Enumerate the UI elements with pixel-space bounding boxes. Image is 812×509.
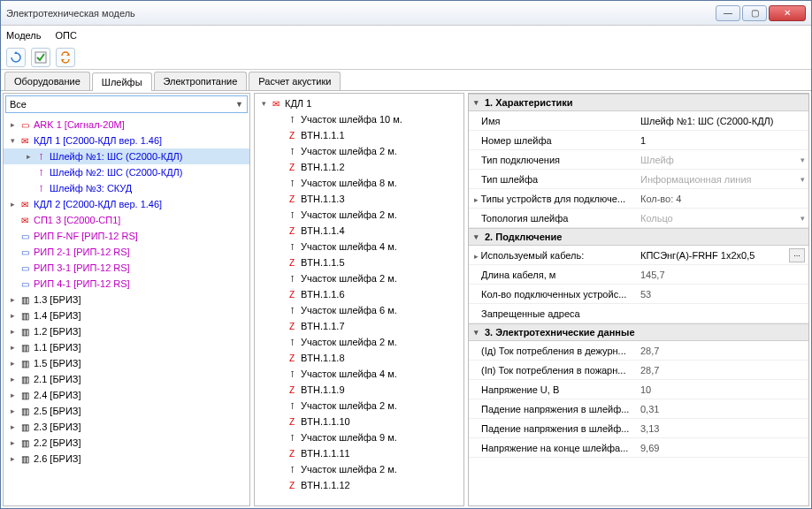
tree-row[interactable]: ZBTH.1.1.2	[255, 159, 463, 175]
tree-row[interactable]: ZBTH.1.1.8	[255, 350, 463, 366]
tree-row[interactable]: ZBTH.1.1.1	[255, 127, 463, 143]
minimize-button[interactable]: —	[716, 5, 740, 21]
filter-dropdown[interactable]: Все ▼	[5, 95, 248, 113]
browse-button[interactable]: ...	[789, 248, 805, 262]
tree-row[interactable]: ▸✉КДЛ 2 [С2000-КДЛ вер. 1.46]	[4, 196, 249, 212]
tree-row[interactable]: ▭РИП 2-1 [РИП-12 RS]	[4, 244, 249, 260]
expand-icon[interactable]: ▸	[7, 359, 18, 368]
prop-row: Тип шлейфаИнформационная линия▾	[469, 170, 808, 189]
tree-row[interactable]: ⊺Участок шлейфа 2 м.	[255, 334, 463, 350]
tab-0[interactable]: Оборудование	[4, 72, 90, 90]
tree-row[interactable]: ⊺Участок шлейфа 2 м.	[255, 143, 463, 159]
tree-row[interactable]: ZBTH.1.1.10	[255, 414, 463, 429]
menu-model[interactable]: Модель	[6, 30, 41, 41]
expand-icon[interactable]: ▸	[7, 120, 18, 129]
node-label: ARK 1 [Сигнал-20М]	[34, 119, 125, 130]
tree-row[interactable]: ⊺Участок шлейфа 10 м.	[255, 111, 463, 127]
tree-row[interactable]: ⊺Участок шлейфа 2 м.	[255, 398, 463, 414]
prop-section-header[interactable]: ▾3. Электротехнические данные	[469, 323, 808, 341]
expand-icon[interactable]: ▸	[7, 200, 18, 209]
expand-icon[interactable]: ▸	[7, 406, 18, 415]
tree-row[interactable]: ⊺Участок шлейфа 8 м.	[255, 175, 463, 191]
node-label: 2.1 [БРИЗ]	[34, 374, 81, 384]
tree-row[interactable]: ▸▥2.5 [БРИЗ]	[4, 403, 249, 419]
expand-icon[interactable]: ▸	[7, 391, 18, 399]
tree-row[interactable]: ▸▥1.4 [БРИЗ]	[4, 308, 249, 323]
tree-row[interactable]: ⊺Участок шлейфа 2 м.	[255, 461, 463, 477]
expand-icon[interactable]: ▸	[7, 327, 18, 336]
tree-row[interactable]: ▸▥1.3 [БРИЗ]	[4, 292, 249, 308]
node-icon: ⊺	[285, 274, 299, 284]
tree-row[interactable]: ZBTH.1.1.5	[255, 254, 463, 270]
tree-row[interactable]: ▸▥1.5 [БРИЗ]	[4, 355, 249, 371]
expand-icon[interactable]: ▾	[7, 136, 18, 145]
tree-row[interactable]: ⊺Шлейф №2: ШС (С2000-КДЛ)	[4, 164, 249, 180]
expand-icon[interactable]: ▾	[258, 99, 269, 108]
tree-row[interactable]: ⊺Участок шлейфа 6 м.	[255, 302, 463, 318]
expand-icon[interactable]: ▸	[7, 343, 18, 352]
close-button[interactable]: ✕	[769, 5, 806, 21]
node-icon: ▥	[18, 391, 32, 400]
node-label: 1.4 [БРИЗ]	[34, 310, 81, 321]
tree-row[interactable]: ZBTH.1.1.3	[255, 191, 463, 207]
tree-row[interactable]: ▸▭ARK 1 [Сигнал-20М]	[4, 117, 249, 133]
tree-row[interactable]: ▸▥1.2 [БРИЗ]	[4, 323, 249, 339]
expand-icon[interactable]: ▸	[7, 375, 18, 384]
expand-icon[interactable]: ▸	[23, 152, 34, 161]
node-label: BTH.1.1.7	[301, 321, 345, 331]
prop-section-header[interactable]: ▾1. Характеристики	[469, 94, 808, 111]
node-icon: ▥	[18, 359, 32, 368]
tree-row[interactable]: ⊺Участок шлейфа 4 м.	[255, 366, 463, 382]
tree-row[interactable]: ⊺Участок шлейфа 9 м.	[255, 429, 463, 445]
prop-row: ▸ Используемый кабель:КПСЭнг(А)-FRHF 1x2…	[469, 246, 808, 265]
tree-row[interactable]: ▭РИП 4-1 [РИП-12 RS]	[4, 276, 249, 292]
tree-row[interactable]: ▭РИП F-NF [РИП-12 RS]	[4, 228, 249, 244]
tree-row[interactable]: ⊺Участок шлейфа 4 м.	[255, 239, 463, 254]
node-icon: ⊺	[285, 369, 299, 379]
tree-row[interactable]: ✉СП1 3 [С2000-СП1]	[4, 212, 249, 228]
tree-row[interactable]: ▾✉КДЛ 1 [С2000-КДЛ вер. 1.46]	[4, 133, 249, 148]
tree-row[interactable]: ⊺Шлейф №3: СКУД	[4, 180, 249, 196]
prop-section-header[interactable]: ▾2. Подключение	[469, 228, 808, 246]
tree-row[interactable]: ▸▥2.4 [БРИЗ]	[4, 387, 249, 403]
tree-row[interactable]: ZBTH.1.1.12	[255, 477, 463, 493]
expand-icon[interactable]: ▸	[7, 454, 18, 463]
tab-2[interactable]: Электропитание	[154, 72, 248, 90]
tree-row[interactable]: ▸▥2.6 [БРИЗ]	[4, 451, 249, 467]
tree-row[interactable]: ⊺Участок шлейфа 2 м.	[255, 270, 463, 286]
prop-row: ▸ Типы устройств для подключе...Кол-во: …	[469, 189, 808, 209]
prop-value[interactable]: 1	[637, 135, 808, 146]
tree-row[interactable]: ▸▥2.3 [БРИЗ]	[4, 419, 249, 435]
tree-row[interactable]: ⊺Участок шлейфа 2 м.	[255, 207, 463, 223]
node-label: Участок шлейфа 2 м.	[301, 146, 397, 156]
expand-icon[interactable]: ▸	[7, 422, 18, 431]
prop-value[interactable]: Шлейф №1: ШС (С2000-КДЛ)	[637, 116, 808, 126]
node-icon: ▥	[18, 375, 32, 384]
refresh-icon[interactable]	[6, 48, 26, 67]
tree-row[interactable]: ▸▥1.1 [БРИЗ]	[4, 339, 249, 355]
tree-row[interactable]: ZBTH.1.1.11	[255, 445, 463, 461]
tab-3[interactable]: Расчет акустики	[249, 72, 341, 90]
tree-row[interactable]: ▸▥2.1 [БРИЗ]	[4, 371, 249, 387]
maximize-button[interactable]: ▢	[742, 5, 767, 21]
tree-row[interactable]: ▾✉КДЛ 1	[255, 95, 463, 111]
tree-row[interactable]: ZBTH.1.1.4	[255, 223, 463, 239]
expand-icon[interactable]: ▸	[7, 311, 18, 320]
node-label: Шлейф №2: ШС (С2000-КДЛ)	[50, 167, 182, 178]
tree-row[interactable]: ZBTH.1.1.9	[255, 382, 463, 398]
tab-1[interactable]: Шлейфы	[92, 72, 152, 91]
menu-ops[interactable]: ОПС	[55, 30, 76, 41]
sync-icon[interactable]	[56, 48, 75, 67]
tree-row[interactable]: ZBTH.1.1.7	[255, 318, 463, 334]
expand-icon[interactable]: ▸	[7, 438, 18, 447]
tree-row[interactable]: ▭РИП 3-1 [РИП-12 RS]	[4, 260, 249, 276]
node-icon: ⊺	[285, 465, 299, 475]
expand-icon[interactable]: ▸	[7, 295, 18, 304]
prop-value-text: 1	[640, 135, 805, 146]
tree-row[interactable]: ZBTH.1.1.6	[255, 286, 463, 302]
node-label: BTH.1.1.1	[301, 130, 345, 141]
tree-row[interactable]: ▸⊺Шлейф №1: ШС (С2000-КДЛ)	[4, 148, 249, 164]
prop-value[interactable]: КПСЭнг(А)-FRHF 1x2x0,5...	[637, 248, 808, 262]
check-icon[interactable]	[31, 48, 50, 67]
tree-row[interactable]: ▸▥2.2 [БРИЗ]	[4, 435, 249, 451]
